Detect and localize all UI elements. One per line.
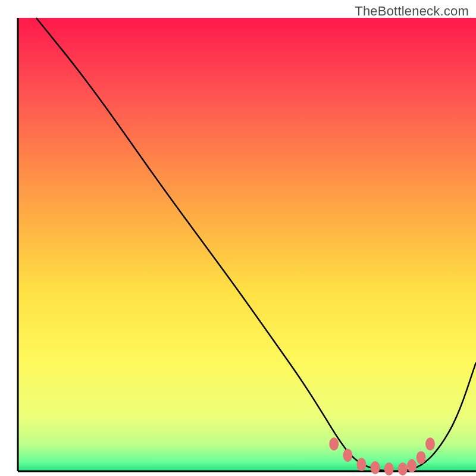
valley-marker	[398, 462, 408, 475]
valley-marker	[425, 437, 435, 450]
valley-marker	[407, 459, 416, 472]
valley-marker	[416, 451, 426, 464]
valley-marker	[357, 458, 367, 471]
valley-marker	[371, 461, 380, 474]
valley-marker	[329, 437, 339, 450]
bottleneck-chart	[0, 0, 476, 476]
valley-marker	[343, 449, 352, 462]
chart-container: TheBottleneck.com	[0, 0, 476, 476]
plot-background	[18, 18, 476, 471]
valley-marker	[384, 462, 394, 475]
watermark-text: TheBottleneck.com	[355, 4, 469, 19]
